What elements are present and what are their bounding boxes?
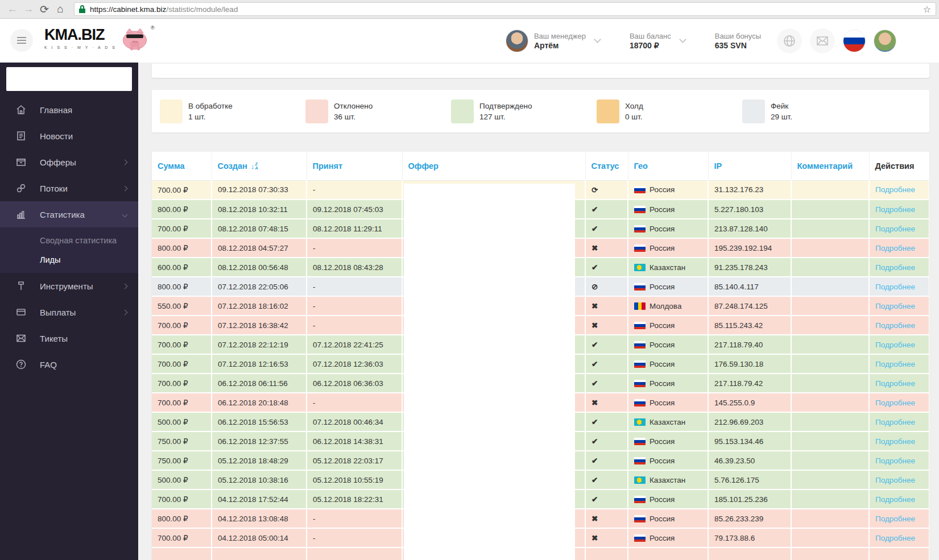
column-header-оффер[interactable]: Оффер: [402, 152, 585, 180]
browser-back-icon[interactable]: ←: [5, 3, 20, 15]
details-link[interactable]: Подробнее: [875, 225, 915, 233]
browser-forward-icon[interactable]: →: [20, 3, 36, 15]
details-link[interactable]: Подробнее: [875, 418, 915, 426]
sidebar-item-label: Главная: [40, 105, 72, 115]
details-link[interactable]: Подробнее: [875, 263, 915, 272]
manager-menu[interactable]: Ваш менеджер Артём: [506, 30, 600, 52]
legend-color-swatch: [451, 99, 474, 123]
cell-geo: Россия: [628, 180, 708, 200]
cell-status: ⟳: [585, 180, 628, 200]
sidebar-search-input[interactable]: [6, 67, 132, 91]
flag-ru-icon: [634, 496, 646, 503]
browser-home-icon[interactable]: ⌂: [52, 3, 68, 15]
geo-label: Россия: [650, 283, 675, 291]
sidebar-item-потоки[interactable]: Потоки: [0, 175, 138, 201]
cell-ip: 213.87.128.140: [708, 219, 791, 238]
details-link[interactable]: Подробнее: [875, 205, 915, 214]
cell-status: ✔: [585, 490, 628, 509]
flag-ru-icon: [634, 341, 646, 349]
cell-sum: 600.00 ₽: [152, 258, 212, 277]
status-confirmed-icon: ✔: [591, 225, 598, 233]
details-link[interactable]: Подробнее: [875, 534, 915, 542]
sidebar-item-faq[interactable]: FAQ: [0, 351, 138, 378]
browser-refresh-icon[interactable]: ⟳: [36, 3, 52, 16]
details-link[interactable]: Подробнее: [875, 495, 915, 504]
column-header-сумма[interactable]: Сумма: [152, 152, 212, 180]
details-link[interactable]: Подробнее: [875, 476, 915, 484]
column-header-статус[interactable]: Статус: [585, 152, 628, 180]
legend-count: 36 шт.: [334, 113, 355, 121]
details-link[interactable]: Подробнее: [875, 321, 915, 330]
cell-comment: [791, 451, 869, 470]
column-header-действия[interactable]: Действия: [869, 152, 929, 180]
sidebar-item-выплаты[interactable]: Выплаты: [0, 299, 138, 325]
cell-geo: Россия: [628, 509, 708, 528]
balance-menu[interactable]: Ваш баланс 18700 ₽: [624, 31, 685, 51]
cell-actions: Подробнее: [869, 200, 929, 219]
sidebar-item-офферы[interactable]: Офферы: [0, 149, 138, 175]
geo-label: Казахстан: [650, 263, 685, 272]
legend-count: 29 шт.: [771, 113, 792, 121]
browser-toolbar: ← → ⟳ ⌂ https://cabinet.kma.biz/statisti…: [0, 0, 939, 19]
details-link[interactable]: Подробнее: [875, 302, 915, 310]
chevron-down-icon: [594, 36, 601, 43]
cell-sum: 750.00 ₽: [152, 432, 212, 451]
bookmark-star-icon[interactable]: ☆: [923, 4, 931, 15]
user-avatar[interactable]: [874, 30, 896, 52]
cell-geo: Молдова: [628, 296, 708, 316]
cell-ip: 85.26.233.239: [708, 509, 791, 528]
sidebar-item-новости[interactable]: Новости: [0, 123, 138, 149]
cell-sum: 700.00 ₽: [152, 393, 212, 412]
balance-value: 18700 ₽: [630, 41, 671, 51]
address-bar[interactable]: https://cabinet.kma.biz/statistic/module…: [74, 2, 936, 16]
cell-comment: [791, 528, 869, 547]
cell-sum: 700.00 ₽: [152, 335, 212, 354]
cell-comment: [791, 412, 869, 432]
column-header-создан[interactable]: Создан↓ZA: [212, 152, 307, 180]
flag-ru-icon: [634, 515, 646, 522]
details-link[interactable]: Подробнее: [875, 437, 915, 446]
details-link[interactable]: Подробнее: [875, 379, 915, 388]
language-globe-button[interactable]: [777, 28, 802, 53]
cell-comment: [791, 470, 869, 490]
messages-button[interactable]: [810, 28, 835, 53]
details-link[interactable]: Подробнее: [875, 283, 915, 291]
details-link[interactable]: Подробнее: [875, 341, 915, 349]
sidebar-item-главная[interactable]: Главная: [0, 97, 138, 123]
column-header-ip[interactable]: IP: [708, 152, 791, 180]
locale-flag-russia[interactable]: [843, 30, 866, 52]
sidebar-subitem-лиды[interactable]: Лиды: [0, 250, 138, 269]
status-confirmed-icon: ✔: [591, 341, 598, 349]
hamburger-menu-button[interactable]: [10, 29, 33, 52]
details-link[interactable]: Подробнее: [875, 185, 915, 194]
geo-label: Россия: [650, 225, 675, 233]
details-link[interactable]: Подробнее: [875, 515, 915, 523]
sidebar-item-тикеты[interactable]: Тикеты: [0, 325, 138, 351]
logo[interactable]: KMA.BIZ K I S S · M Y · A D S kma ®: [44, 26, 155, 51]
cell-comment: [791, 277, 869, 296]
cell-accepted: 08.12.2018 11:29:11: [307, 219, 402, 238]
chevron-right-icon: [122, 283, 128, 289]
column-header-комментарий[interactable]: Комментарий: [791, 152, 869, 180]
home-icon: [15, 104, 27, 115]
sidebar-item-инструменты[interactable]: Инструменты: [0, 273, 138, 299]
legend-item: Фейк29 шт.: [734, 99, 880, 123]
cell-actions: Подробнее: [869, 393, 929, 412]
envelope-icon: [15, 333, 27, 344]
column-header-принят[interactable]: Принят: [307, 152, 402, 180]
offer-column-redaction-overlay: [404, 184, 575, 560]
cell-ip: 5.76.126.175: [708, 470, 791, 490]
sidebar-subitem-сводная-статистика[interactable]: Сводная статистика: [0, 231, 138, 250]
details-link[interactable]: Подробнее: [875, 360, 915, 368]
cell-ip: 87.248.174.125: [708, 296, 791, 316]
cell-ip: 195.239.192.194: [708, 238, 791, 258]
cell-comment: [791, 432, 869, 451]
details-link[interactable]: Подробнее: [875, 457, 915, 465]
sidebar-item-статистика[interactable]: Статистика: [0, 201, 138, 227]
details-link[interactable]: Подробнее: [875, 399, 915, 407]
cell-accepted: -: [307, 528, 402, 547]
cell-geo: Россия: [628, 277, 708, 296]
column-header-гео[interactable]: Гео: [628, 152, 708, 180]
box-icon: [15, 156, 27, 168]
details-link[interactable]: Подробнее: [875, 244, 915, 252]
